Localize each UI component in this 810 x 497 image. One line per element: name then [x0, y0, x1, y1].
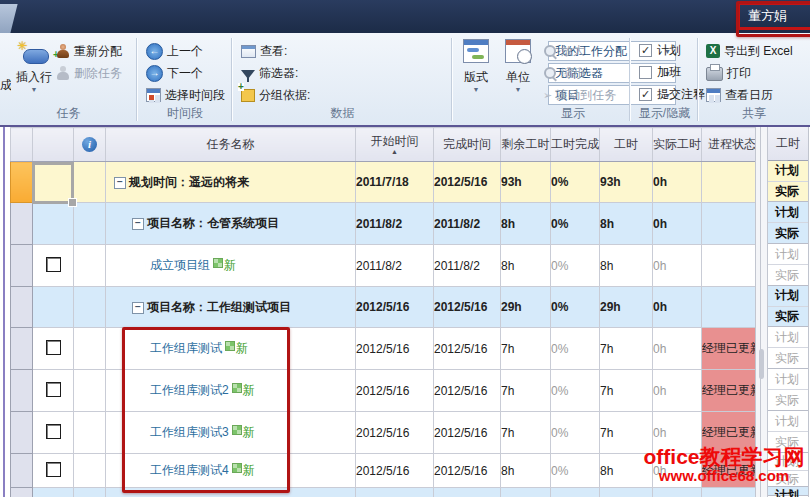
- export-excel-button[interactable]: X 导出到 Excel: [706, 41, 793, 61]
- task-link[interactable]: 工作组库测试: [150, 341, 222, 355]
- user-name-box[interactable]: 董方娟: [737, 2, 810, 30]
- insert-row-icon: ✳: [19, 45, 49, 63]
- layout-button[interactable]: 版式 ▼: [457, 39, 495, 101]
- row-checkbox[interactable]: [46, 340, 61, 355]
- overtime-checkbox[interactable]: [639, 66, 652, 79]
- row-info-cell: [74, 245, 106, 287]
- timephased-row: 计划实际: [768, 453, 808, 487]
- task-name-cell: 工作组库测试2新: [106, 370, 356, 412]
- row-checkbox[interactable]: [46, 462, 61, 477]
- start-cell: 2011/8/2: [356, 245, 434, 287]
- header-row: i 任务名称 开始时间 ▲ 完成时间 剩余工时 工时完成 工时 实际工时 进程状…: [11, 128, 763, 162]
- row-gutter: [11, 162, 33, 203]
- zoom-out-button[interactable]: 缩小: [543, 63, 585, 83]
- view-label: 查看:: [241, 41, 287, 61]
- work-cell: 7h: [600, 370, 653, 412]
- selection-column-header[interactable]: [33, 128, 74, 162]
- ribbon-group-tasks: 成 ✳ 插入行 ▼ + 重新分配 删除任务 任务: [0, 33, 137, 125]
- start-cell: 2011/7/18: [356, 162, 434, 203]
- task-link[interactable]: 工作组库测试2: [150, 383, 229, 397]
- status-cell: [702, 245, 763, 287]
- pct-cell: 0%: [551, 370, 600, 412]
- col-header-work-right[interactable]: 工时: [768, 127, 808, 161]
- sort-asc-icon: ▲: [391, 148, 398, 155]
- task-link[interactable]: 工作组库测试3: [150, 425, 229, 439]
- row-info-cell: [74, 454, 106, 488]
- pane-splitter[interactable]: [755, 127, 768, 497]
- splitter-handle[interactable]: [759, 349, 764, 379]
- col-header-work[interactable]: 工时: [600, 128, 653, 162]
- grid-row: 成立项目组新2011/8/22011/8/28h0%8h0h: [11, 245, 763, 287]
- actual-cell: 0h: [653, 287, 702, 328]
- select-timespan-icon: [146, 88, 161, 102]
- row-checkbox[interactable]: [46, 382, 61, 397]
- app-window: 董方娟 成 ✳ 插入行 ▼ + 重新分配 删除任务 任务: [0, 0, 810, 497]
- delete-task-button[interactable]: 删除任务: [55, 63, 122, 83]
- units-button[interactable]: 单位 ▼: [499, 39, 537, 101]
- chevron-down-icon: ▼: [457, 86, 495, 93]
- timephased-row: 计划实际: [768, 161, 808, 202]
- group-separator: [136, 38, 137, 121]
- work-cell: 8h: [600, 454, 653, 488]
- comment-checkbox-row[interactable]: 提交注释: [639, 85, 705, 103]
- select-timespan-button[interactable]: 选择时间段: [146, 85, 225, 105]
- plan-checkbox-row[interactable]: 计划: [639, 41, 681, 59]
- groupby-icon: [241, 89, 255, 102]
- actual-row-label: 实际: [768, 182, 808, 202]
- new-label: 新: [243, 425, 255, 439]
- col-header-finish[interactable]: 完成时间: [434, 128, 501, 162]
- plan-row-label: 计划: [768, 327, 808, 348]
- remaining-cell: 7h: [501, 370, 551, 412]
- print-button[interactable]: 打印: [706, 63, 751, 83]
- overtime-checkbox-row[interactable]: 加班: [639, 63, 681, 81]
- page-left-border: [3, 127, 5, 497]
- previous-button[interactable]: ← 上一个: [146, 41, 203, 61]
- next-button[interactable]: → 下一个: [146, 63, 203, 83]
- row-gutter: [11, 245, 33, 287]
- actual-cell: 0h: [653, 454, 702, 488]
- timephased-pane: 工时 计划实际计划实际计划实际计划实际计划实际计划实际计划实际计划实际计划: [768, 127, 809, 497]
- work-cell: 7h: [600, 412, 653, 454]
- col-header-pct[interactable]: 工时完成: [551, 128, 600, 162]
- col-header-actual[interactable]: 实际工时: [653, 128, 702, 162]
- info-column-header: i: [74, 128, 106, 162]
- row-gutter: [11, 412, 33, 454]
- timephased-row: 计划实际: [768, 286, 808, 327]
- view-calendar-button[interactable]: 查看日历: [706, 85, 773, 105]
- row-checkbox[interactable]: [46, 257, 61, 272]
- col-header-remaining[interactable]: 剩余工时: [501, 128, 551, 162]
- grid-row: 项目名称：仓管系统项目2011/8/22011/8/28h0%8h0h: [11, 203, 763, 245]
- task-link[interactable]: 成立项目组: [150, 258, 210, 272]
- zoom-in-icon: [543, 44, 557, 58]
- grid-row: 工作组库测试2新2012/5/162012/5/167h0%7h0h经理已更新: [11, 370, 763, 412]
- start-cell: 2011/8/2: [356, 203, 434, 245]
- plan-checkbox[interactable]: [639, 44, 652, 57]
- task-link[interactable]: 工作组库测试4: [150, 463, 229, 477]
- task-name-cell: 工作组库测试3新: [106, 412, 356, 454]
- collapse-icon[interactable]: [132, 218, 144, 230]
- print-icon: [706, 67, 723, 81]
- col-header-task-name[interactable]: 任务名称: [106, 128, 356, 162]
- row-info-cell: [74, 203, 106, 245]
- collapse-icon[interactable]: [114, 177, 126, 189]
- comment-checkbox[interactable]: [639, 88, 652, 101]
- actual-cell: 0h: [653, 162, 702, 203]
- new-label: 新: [243, 463, 255, 477]
- insert-row-button[interactable]: ✳ 插入行 ▼: [12, 39, 56, 101]
- filter-label: 筛选器:: [241, 63, 298, 83]
- scroll-to-task-button[interactable]: ➢ 滚动到任务: [543, 85, 616, 105]
- zoom-in-button[interactable]: 放大: [543, 41, 585, 61]
- col-header-status[interactable]: 进程状态: [702, 128, 763, 162]
- row-gutter: [11, 203, 33, 245]
- status-badge: 经理已更新: [702, 370, 763, 412]
- plan-row-label: 计划: [768, 202, 808, 223]
- reassign-button[interactable]: + 重新分配: [55, 41, 122, 61]
- actual-row-label: 实际: [768, 348, 808, 368]
- collapse-icon[interactable]: [132, 302, 144, 314]
- pct-cell: 0%: [551, 287, 600, 328]
- col-header-start[interactable]: 开始时间 ▲: [356, 128, 434, 162]
- status-badge: 经理已更新: [702, 412, 763, 454]
- row-checkbox[interactable]: [46, 424, 61, 439]
- row-select-cell: [33, 412, 74, 454]
- group-separator: [231, 38, 232, 121]
